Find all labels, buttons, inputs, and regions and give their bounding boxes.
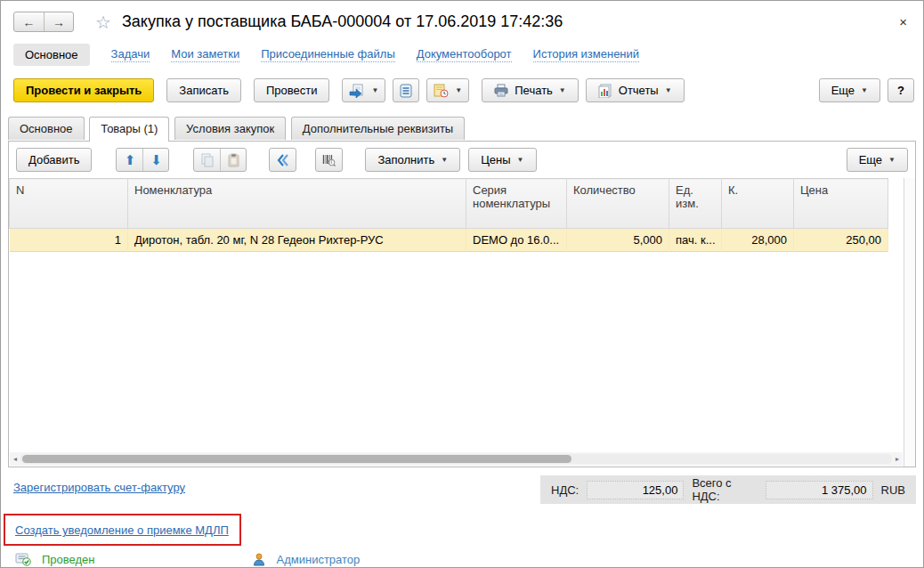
page-title: Закупка у поставщика БАБА-000004 от 17.0… bbox=[122, 12, 563, 31]
scroll-thumb[interactable] bbox=[22, 455, 571, 463]
items-table: N Номенклатура Серия номенклатуры Количе… bbox=[9, 178, 888, 252]
change-selected-button[interactable] bbox=[269, 148, 296, 172]
move-row-group: ⬆ ⬇ bbox=[116, 148, 169, 172]
history-nav-group: ← → bbox=[13, 12, 74, 32]
document-window: { "icons": { "back": "←", "forward": "→"… bbox=[0, 0, 924, 568]
caret-icon: ▼ bbox=[371, 87, 378, 94]
vertical-scrollbar-area[interactable] bbox=[904, 178, 915, 467]
items-more-label: Еще bbox=[859, 153, 882, 166]
col-unit[interactable]: Ед. изм. bbox=[669, 179, 722, 229]
posted-status-label: Проведен bbox=[42, 553, 95, 566]
double-chevron-icon bbox=[277, 154, 289, 166]
cell-series[interactable]: DEMO до 16.0... bbox=[466, 229, 567, 252]
tab-purchase-terms[interactable]: Условия закупок bbox=[174, 117, 286, 140]
cell-quantity[interactable]: 5,000 bbox=[567, 229, 669, 252]
table-main: N Номенклатура Серия номенклатуры Количе… bbox=[9, 178, 904, 467]
col-price[interactable]: Цена bbox=[794, 179, 888, 229]
move-up-button[interactable]: ⬆ bbox=[117, 149, 142, 171]
arrow-up-icon: ⬆ bbox=[125, 152, 136, 168]
copy-icon bbox=[200, 153, 215, 167]
more-button[interactable]: Еще ▼ bbox=[819, 78, 880, 102]
favorite-star-icon[interactable]: ☆ bbox=[95, 13, 111, 31]
nav-links-row: Основное Задачи Мои заметки Присоединенн… bbox=[1, 35, 923, 73]
col-n[interactable]: N bbox=[10, 179, 128, 229]
vat-value-field: 125,00 bbox=[587, 481, 684, 499]
scroll-track[interactable] bbox=[20, 454, 892, 464]
col-quantity[interactable]: Количество bbox=[567, 179, 669, 229]
cell-n[interactable]: 1 bbox=[10, 229, 128, 252]
forward-icon: → bbox=[53, 15, 65, 29]
scroll-right-icon[interactable]: ▸ bbox=[892, 455, 903, 463]
document-tabs: Основное Товары (1) Условия закупок Допо… bbox=[1, 108, 923, 141]
user-group: Администратор bbox=[253, 553, 361, 566]
post-button[interactable]: Провести bbox=[254, 78, 330, 102]
save-button[interactable]: Записать bbox=[166, 78, 241, 102]
caret-icon: ▼ bbox=[665, 87, 672, 94]
prices-label: Цены bbox=[481, 153, 510, 166]
tab-goods[interactable]: Товары (1) bbox=[89, 117, 169, 142]
total-label: Всего с НДС: bbox=[692, 476, 758, 503]
col-nomenclature[interactable]: Номенклатура bbox=[128, 179, 466, 229]
mdlp-annotation-box: Создать уведомление о приемке МДЛП bbox=[4, 514, 241, 546]
scroll-left-icon[interactable]: ◂ bbox=[10, 455, 20, 463]
window-header: ← → ☆ Закупка у поставщика БАБА-000004 о… bbox=[1, 1, 923, 35]
move-down-button[interactable]: ⬇ bbox=[142, 149, 168, 171]
report-chart-icon bbox=[598, 84, 612, 98]
forward-button[interactable]: → bbox=[44, 12, 73, 31]
reports-button[interactable]: Отчеты ▼ bbox=[586, 78, 685, 102]
command-bar: Провести и закрыть Записать Провести ▼ ▼… bbox=[1, 73, 923, 108]
nav-link-attachments[interactable]: Присоединенные файлы bbox=[261, 47, 395, 62]
nav-link-history[interactable]: История изменений bbox=[533, 47, 640, 62]
cell-price[interactable]: 250,00 bbox=[794, 229, 888, 252]
cell-k[interactable]: 28,000 bbox=[722, 229, 794, 252]
user-name-label[interactable]: Администратор bbox=[277, 553, 361, 566]
copy-rows-button[interactable] bbox=[194, 149, 220, 171]
cell-nomenclature[interactable]: Диротон, табл. 20 мг, N 28 Гедеон Рихтер… bbox=[128, 229, 466, 252]
post-and-close-button[interactable]: Провести и закрыть bbox=[13, 78, 154, 102]
total-value-field: 1 375,00 bbox=[766, 481, 872, 499]
print-button[interactable]: Печать ▼ bbox=[482, 78, 579, 102]
fill-button[interactable]: Заполнить ▼ bbox=[365, 148, 460, 172]
table-row[interactable]: 1 Диротон, табл. 20 мг, N 28 Гедеон Рихт… bbox=[10, 229, 888, 252]
col-k[interactable]: К. bbox=[722, 179, 794, 229]
add-row-button[interactable]: Добавить bbox=[16, 148, 92, 172]
items-more-button[interactable]: Еще ▼ bbox=[847, 148, 908, 172]
currency-label: RUB bbox=[881, 483, 905, 497]
create-based-on-button[interactable]: ▼ bbox=[342, 78, 385, 102]
reports-label: Отчеты bbox=[619, 84, 659, 97]
prices-button[interactable]: Цены ▼ bbox=[468, 148, 536, 172]
back-button[interactable]: ← bbox=[14, 12, 44, 31]
col-series[interactable]: Серия номенклатуры bbox=[466, 179, 567, 229]
tab-main[interactable]: Основное bbox=[8, 117, 85, 140]
user-icon bbox=[253, 553, 265, 566]
caret-icon: ▼ bbox=[559, 87, 566, 94]
nav-link-tasks[interactable]: Задачи bbox=[111, 47, 150, 62]
totals-panel: НДС: 125,00 Всего с НДС: 1 375,00 RUB bbox=[540, 475, 916, 504]
register-invoice-link[interactable]: Зарегистрировать счет-фактуру bbox=[13, 481, 185, 494]
table-zone: N Номенклатура Серия номенклатуры Количе… bbox=[9, 178, 915, 467]
print-label: Печать bbox=[515, 84, 553, 97]
reminder-button[interactable]: ▼ bbox=[426, 78, 469, 102]
barcode-icon bbox=[322, 154, 336, 166]
cell-unit[interactable]: пач. к... bbox=[669, 229, 722, 252]
table-empty-area bbox=[9, 252, 904, 452]
register-records-button[interactable] bbox=[393, 78, 419, 102]
nav-item-main[interactable]: Основное bbox=[13, 44, 90, 66]
clipboard-group bbox=[193, 148, 247, 172]
paste-rows-button[interactable] bbox=[220, 149, 246, 171]
more-label: Еще bbox=[831, 84, 855, 97]
barcode-scan-button[interactable] bbox=[315, 148, 343, 172]
help-button[interactable]: ? bbox=[888, 78, 914, 102]
status-bar: Проведен Администратор bbox=[15, 552, 911, 566]
horizontal-scrollbar[interactable]: ◂ ▸ bbox=[10, 452, 903, 466]
back-icon: ← bbox=[23, 15, 36, 29]
items-toolbar: Добавить ⬆ ⬇ bbox=[9, 142, 915, 178]
register-records-icon bbox=[400, 84, 412, 98]
create-mdlp-notification-link[interactable]: Создать уведомление о приемке МДЛП bbox=[15, 523, 229, 537]
nav-link-docflow[interactable]: Документооборот bbox=[417, 47, 512, 62]
paste-icon bbox=[227, 153, 240, 167]
nav-link-notes[interactable]: Мои заметки bbox=[171, 47, 239, 62]
close-icon[interactable]: × bbox=[894, 14, 912, 29]
tab-additional[interactable]: Дополнительные реквизиты bbox=[291, 117, 465, 140]
fill-label: Заполнить bbox=[377, 153, 434, 166]
